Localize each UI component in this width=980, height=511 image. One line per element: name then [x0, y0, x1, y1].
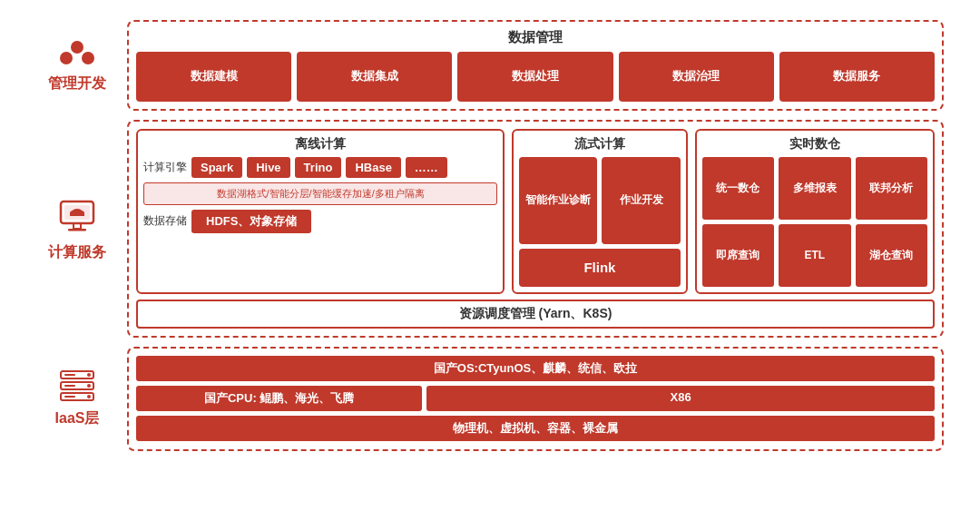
realtime-lakehouse: 湖仓查询: [856, 224, 927, 287]
row-iaas: IaaS层 国产OS:CTyunOS、麒麟、统信、欧拉 国产CPU: 鲲鹏、海光…: [36, 347, 944, 451]
iaas-physical: 物理机、虚拟机、容器、裸金属: [136, 416, 935, 441]
engine-trino: Trino: [295, 157, 342, 178]
svg-rect-6: [68, 229, 86, 231]
item-data-integration: 数据集成: [297, 52, 452, 102]
realtime-title: 实时数仓: [702, 136, 927, 152]
iaas-label: IaaS层: [55, 409, 100, 428]
row-compute: 计算服务 离线计算 计算引擎 Spark Hive Trino HBase ……: [36, 120, 944, 338]
svg-point-16: [87, 395, 91, 398]
iaas-cpu: 国产CPU: 鲲鹏、海光、飞腾: [136, 386, 422, 411]
data-management-title: 数据管理: [136, 29, 935, 46]
streaming-inner: 智能作业诊断 作业开发: [519, 157, 680, 244]
offline-desc: 数据湖格式/智能分层/智能缓存加速/多租户隔离: [143, 182, 497, 205]
management-icon: [57, 36, 97, 69]
engine-hive: Hive: [247, 157, 289, 178]
compute-content: 离线计算 计算引擎 Spark Hive Trino HBase …… 数据湖格…: [127, 120, 944, 338]
management-content: 数据管理 数据建模 数据集成 数据处理 数据治理 数据服务: [127, 20, 944, 111]
svg-point-12: [87, 373, 91, 377]
iaas-x86: X86: [426, 386, 935, 411]
svg-rect-19: [64, 396, 75, 398]
iaas-content: 国产OS:CTyunOS、麒麟、统信、欧拉 国产CPU: 鲲鹏、海光、飞腾 X8…: [127, 347, 944, 451]
offline-compute-panel: 离线计算 计算引擎 Spark Hive Trino HBase …… 数据湖格…: [136, 129, 505, 294]
management-label: 管理开发: [48, 74, 106, 93]
iaas-left: IaaS层: [36, 347, 118, 451]
streaming-flink: Flink: [519, 249, 680, 287]
item-data-processing: 数据处理: [457, 52, 612, 102]
realtime-warehouse-panel: 实时数仓 统一数仓 多维报表 联邦分析 即席查询 ETL 湖仓查询: [695, 129, 935, 294]
engine-tags: Spark Hive Trino HBase ……: [191, 157, 447, 178]
storage-row: 数据存储 HDFS、对象存储: [143, 210, 497, 233]
engine-spark: Spark: [191, 157, 242, 178]
realtime-grid: 统一数仓 多维报表 联邦分析 即席查询 ETL 湖仓查询: [702, 157, 927, 287]
svg-point-0: [71, 41, 83, 54]
realtime-etl: ETL: [779, 224, 850, 287]
storage-hdfs: HDFS、对象存储: [191, 210, 311, 233]
management-items: 数据建模 数据集成 数据处理 数据治理 数据服务: [136, 52, 935, 102]
management-left: 管理开发: [36, 20, 118, 111]
storage-label: 数据存储: [143, 213, 187, 229]
iaas-os: 国产OS:CTyunOS、麒麟、统信、欧拉: [136, 356, 935, 381]
streaming-title: 流式计算: [519, 136, 680, 152]
iaas-icon: [57, 369, 97, 406]
iaas-physical-row: 物理机、虚拟机、容器、裸金属: [136, 416, 935, 441]
compute-icon: [55, 194, 99, 238]
main-container: 管理开发 数据管理 数据建模 数据集成 数据处理 数据治理 数据服务: [18, 11, 962, 501]
compute-left: 计算服务: [36, 120, 118, 338]
svg-rect-10: [70, 213, 84, 216]
svg-rect-17: [64, 374, 75, 376]
streaming-job-diag: 智能作业诊断: [519, 157, 597, 244]
realtime-multidim: 多维报表: [779, 157, 850, 220]
streaming-compute-panel: 流式计算 智能作业诊断 作业开发 Flink: [512, 129, 687, 294]
item-data-modeling: 数据建模: [136, 52, 291, 102]
offline-title: 离线计算: [143, 136, 497, 152]
engine-more: ……: [406, 157, 447, 178]
svg-point-1: [60, 52, 73, 64]
engine-row: 计算引擎 Spark Hive Trino HBase ……: [143, 157, 497, 178]
compute-panels: 离线计算 计算引擎 Spark Hive Trino HBase …… 数据湖格…: [136, 129, 935, 294]
item-data-service: 数据服务: [779, 52, 935, 102]
realtime-adhoc: 即席查询: [702, 224, 774, 287]
streaming-right-col: 作业开发: [602, 157, 680, 244]
item-data-governance: 数据治理: [619, 52, 774, 102]
svg-point-2: [82, 52, 94, 64]
streaming-left-col: 智能作业诊断: [519, 157, 597, 244]
iaas-cpu-row: 国产CPU: 鲲鹏、海光、飞腾 X86: [136, 386, 935, 411]
engine-label: 计算引擎: [143, 160, 187, 175]
realtime-unified: 统一数仓: [702, 157, 774, 220]
resource-management: 资源调度管理 (Yarn、K8S): [136, 300, 935, 329]
iaas-os-row: 国产OS:CTyunOS、麒麟、统信、欧拉: [136, 356, 935, 381]
svg-rect-18: [64, 385, 75, 387]
engine-hbase: HBase: [346, 157, 400, 178]
svg-point-14: [87, 384, 91, 388]
svg-rect-5: [74, 223, 81, 229]
row-management: 管理开发 数据管理 数据建模 数据集成 数据处理 数据治理 数据服务: [36, 20, 944, 111]
compute-label: 计算服务: [48, 243, 106, 262]
realtime-federation: 联邦分析: [856, 157, 927, 220]
streaming-job-dev: 作业开发: [602, 157, 680, 244]
